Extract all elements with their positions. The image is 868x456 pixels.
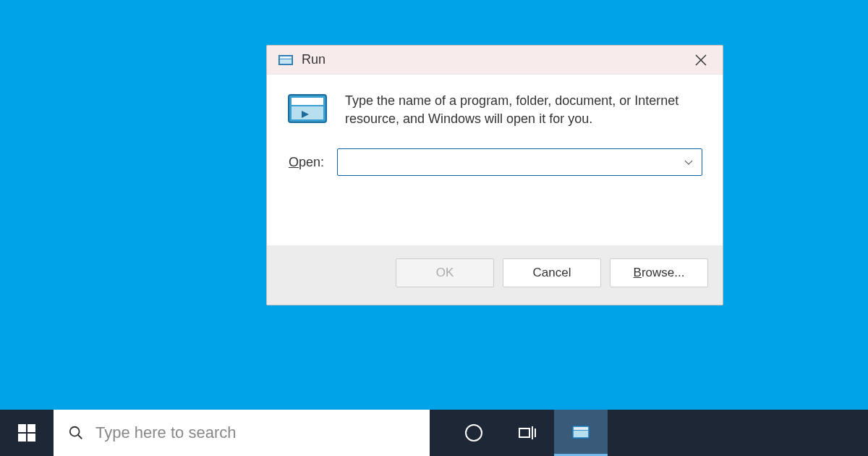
taskbar-fill (608, 410, 868, 456)
svg-rect-20 (574, 431, 588, 437)
windows-icon (18, 424, 35, 442)
svg-rect-6 (292, 98, 323, 105)
taskbar (0, 410, 868, 456)
svg-rect-9 (27, 424, 35, 432)
run-taskbar-item[interactable] (554, 410, 608, 456)
svg-rect-19 (574, 427, 588, 430)
taskbar-search[interactable] (54, 410, 430, 456)
dialog-footer: OK Cancel Browse... (267, 245, 723, 305)
svg-line-13 (78, 435, 82, 439)
close-button[interactable] (686, 46, 715, 75)
dialog-body: Type the name of a program, folder, docu… (267, 75, 723, 245)
svg-rect-2 (280, 59, 292, 64)
svg-rect-11 (27, 434, 35, 442)
chevron-down-icon[interactable] (683, 156, 694, 168)
svg-rect-10 (18, 434, 26, 442)
ok-button[interactable]: OK (396, 258, 494, 287)
svg-point-12 (70, 427, 80, 436)
run-large-icon (287, 93, 328, 124)
close-icon (695, 54, 707, 66)
task-view-button[interactable] (501, 410, 554, 456)
svg-rect-8 (18, 424, 26, 432)
run-icon (278, 55, 293, 65)
svg-rect-7 (292, 106, 323, 119)
search-icon (68, 425, 84, 441)
run-icon (571, 423, 590, 442)
svg-point-14 (466, 425, 482, 441)
task-view-icon (518, 423, 537, 442)
svg-rect-15 (519, 428, 529, 437)
open-input[interactable] (345, 156, 683, 169)
run-dialog: Run Type the name of a program, folder, … (266, 45, 723, 305)
dialog-description: Type the name of a program, folder, docu… (345, 92, 702, 128)
spacer (430, 410, 447, 456)
cancel-button[interactable]: Cancel (503, 258, 601, 287)
cortana-icon (464, 423, 483, 442)
browse-button[interactable]: Browse... (610, 258, 708, 287)
info-row: Type the name of a program, folder, docu… (287, 92, 702, 128)
open-row: Open: (287, 148, 702, 176)
open-combobox[interactable] (337, 148, 702, 176)
search-input[interactable] (95, 423, 415, 442)
dialog-titlebar[interactable]: Run (267, 46, 723, 75)
start-button[interactable] (0, 410, 54, 456)
open-label: Open: (289, 155, 324, 170)
dialog-title: Run (302, 52, 686, 67)
cortana-button[interactable] (447, 410, 501, 456)
svg-rect-1 (280, 56, 292, 59)
